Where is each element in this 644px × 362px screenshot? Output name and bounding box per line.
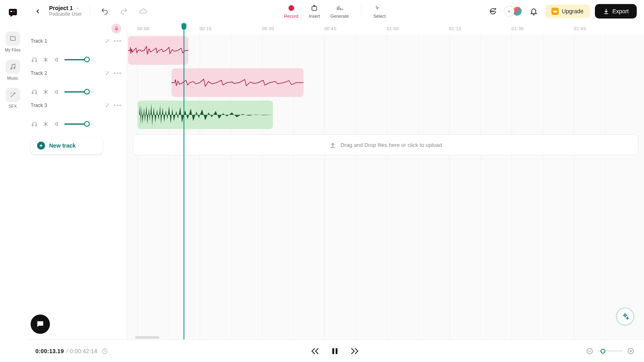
solo-headphones-button[interactable]: [31, 120, 38, 128]
svg-point-8: [492, 11, 493, 12]
forward-button[interactable]: [350, 346, 359, 356]
project-user: Podcastle User: [49, 12, 82, 17]
chevron-down-icon: [75, 6, 80, 11]
track-header: Track 1 •••: [26, 35, 127, 67]
ruler-tick: 00:00: [137, 26, 149, 31]
comments-button[interactable]: [486, 5, 499, 18]
ruler-tick: 01:15: [449, 26, 461, 31]
insert-icon: [310, 4, 319, 12]
svg-rect-2: [13, 11, 15, 12]
track-lane[interactable]: [127, 67, 644, 99]
undo-button[interactable]: [98, 5, 111, 18]
track-lane[interactable]: [127, 35, 644, 67]
track-menu-button[interactable]: •••: [114, 102, 122, 109]
transport-bar: 0:00:13.19 / 0:00:42:18: [26, 339, 644, 362]
rewind-button[interactable]: [310, 346, 320, 356]
zoom-in-button[interactable]: [627, 348, 634, 355]
generate-tool[interactable]: Generate: [330, 4, 349, 19]
track-menu-button[interactable]: •••: [114, 70, 122, 76]
clock-icon[interactable]: [101, 348, 108, 354]
rail-label-my-files: My Files: [5, 47, 21, 52]
record-label: Record: [284, 14, 298, 19]
redo-button[interactable]: [118, 5, 130, 18]
track-name[interactable]: Track 3: [31, 103, 47, 108]
zoom-slider[interactable]: [597, 348, 623, 354]
mute-speaker-button[interactable]: [53, 120, 60, 128]
dropzone-label: Drag and Drop files here or click to upl…: [341, 142, 442, 148]
track-menu-button[interactable]: •••: [114, 38, 122, 44]
svg-point-4: [14, 68, 15, 69]
svg-rect-1: [10, 11, 12, 12]
timeline-ruler[interactable]: 00:0000:1500:3000:4501:0001:1501:3001:45: [127, 23, 644, 35]
freeze-snowflake-button[interactable]: [42, 88, 49, 95]
track-type-badge[interactable]: [111, 24, 121, 33]
back-button[interactable]: [33, 6, 43, 16]
export-button[interactable]: Export: [595, 4, 637, 19]
track-name[interactable]: Track 1: [31, 38, 47, 44]
svg-rect-0: [9, 9, 17, 15]
generate-label: Generate: [330, 14, 349, 19]
left-rail: My Files Music SFX: [0, 0, 26, 362]
record-tool[interactable]: Record: [284, 4, 298, 19]
track-magic-icon[interactable]: [105, 70, 110, 76]
new-track-label: New track: [49, 142, 76, 149]
ruler-tick: 01:30: [512, 26, 524, 31]
playhead[interactable]: [184, 23, 184, 339]
upgrade-button[interactable]: Upgrade: [545, 4, 590, 18]
ruler-tick: 01:45: [574, 26, 586, 31]
export-label: Export: [613, 8, 629, 14]
sfx-wand-icon: [6, 88, 20, 102]
add-collaborator-button[interactable]: +: [504, 6, 514, 16]
insert-label: Insert: [309, 14, 320, 19]
svg-point-7: [491, 11, 492, 12]
pause-button[interactable]: [330, 347, 339, 356]
insert-tool[interactable]: Insert: [309, 4, 320, 19]
track-panel: Track 1 •••: [26, 23, 127, 339]
cloud-save-button[interactable]: [137, 5, 150, 18]
record-icon: [287, 4, 296, 12]
track-name[interactable]: Track 2: [31, 70, 47, 76]
intercom-chat-button[interactable]: [31, 315, 50, 334]
solo-headphones-button[interactable]: [31, 88, 38, 95]
ruler-tick: 00:30: [262, 26, 274, 31]
select-tool[interactable]: Select: [374, 4, 386, 19]
svg-rect-11: [32, 60, 33, 62]
svg-point-9: [493, 11, 494, 12]
upload-dropzone[interactable]: Drag and Drop files here or click to upl…: [133, 134, 638, 155]
track-magic-icon[interactable]: [105, 103, 110, 108]
volume-slider[interactable]: [64, 121, 93, 127]
total-time: 0:00:42:18: [70, 348, 97, 354]
notifications-button[interactable]: [527, 5, 540, 18]
ruler-tick: 00:15: [200, 26, 212, 31]
ruler-tick: 01:00: [387, 26, 399, 31]
project-title: Project 1: [49, 5, 73, 11]
svg-rect-10: [116, 27, 117, 29]
rail-item-music[interactable]: Music: [6, 60, 20, 80]
ai-assistant-button[interactable]: [616, 307, 634, 326]
mute-speaker-button[interactable]: [53, 88, 60, 95]
project-title-dropdown[interactable]: Project 1: [49, 5, 82, 11]
zoom-out-button[interactable]: [586, 348, 593, 355]
svg-rect-18: [332, 348, 334, 354]
freeze-snowflake-button[interactable]: [42, 120, 49, 128]
svg-rect-15: [32, 124, 33, 126]
audio-clip[interactable]: [138, 101, 273, 129]
audio-clip[interactable]: [171, 68, 303, 97]
timeline-lanes[interactable]: 00:0000:1500:3000:4501:0001:1501:3001:45: [127, 23, 644, 339]
solo-headphones-button[interactable]: [31, 56, 38, 63]
app-header: Project 1 Podcastle User Record: [26, 0, 644, 23]
rail-item-sfx[interactable]: SFX: [6, 88, 20, 109]
volume-slider[interactable]: [64, 89, 93, 95]
playhead-knob[interactable]: [182, 23, 186, 30]
svg-rect-16: [35, 124, 37, 126]
horizontal-scrollbar[interactable]: [127, 335, 644, 339]
freeze-snowflake-button[interactable]: [42, 56, 49, 63]
rail-item-my-files[interactable]: My Files: [5, 31, 21, 52]
audio-clip[interactable]: [128, 36, 188, 65]
new-track-button[interactable]: + New track: [31, 137, 103, 154]
mute-speaker-button[interactable]: [53, 56, 60, 63]
track-magic-icon[interactable]: [105, 38, 110, 44]
track-lane[interactable]: [127, 99, 644, 131]
volume-slider[interactable]: [64, 57, 93, 62]
app-logo: [6, 6, 19, 19]
